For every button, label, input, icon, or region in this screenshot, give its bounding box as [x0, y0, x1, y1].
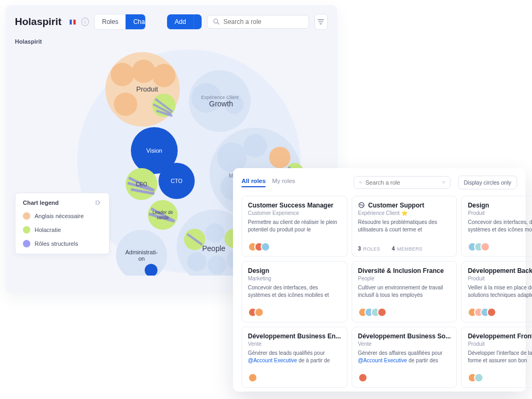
role-card[interactable]: Diversité & Inclusion France People Cult… [352, 261, 458, 322]
roles-search-input[interactable] [365, 179, 439, 186]
role-card[interactable]: Développement Business So... Vente Génér… [352, 327, 458, 388]
role-card[interactable]: Développement Back End Produit Veiller à… [461, 261, 532, 322]
role-circle: Marketing [248, 276, 341, 281]
svg-line-34 [361, 183, 361, 184]
header-bar: Holaspirit i Roles Chart Add [5, 5, 337, 38]
legend-row: Holacratie [23, 226, 102, 234]
circle-icon [358, 202, 365, 209]
search-role-field[interactable] [207, 15, 309, 29]
legend-row: Rôles structurels [23, 240, 102, 247]
filter-icon [317, 18, 325, 26]
role-desc: Développer l'interface de la plate-forme… [468, 350, 532, 364]
display-circles-toggle[interactable]: Display circles only [458, 176, 517, 189]
role-desc: Concevoir des interfaces, des systèmes e… [468, 219, 532, 233]
circle-produit[interactable]: Produit [136, 85, 159, 93]
role-title: Customer Support [358, 202, 451, 209]
role-counts: 3ROLES 4MEMBERS [358, 246, 422, 252]
role-title: Développement Business En... [248, 332, 341, 340]
role-desc: Générer des affaires qualifiées pour @Ac… [358, 350, 451, 364]
filter-button[interactable] [314, 14, 328, 30]
circle-people[interactable]: People [202, 244, 226, 253]
svg-point-28 [269, 147, 290, 168]
member-avatars [358, 373, 368, 383]
member-avatars [358, 307, 387, 317]
legend-dot [23, 240, 30, 247]
seg-roles[interactable]: Roles [95, 14, 126, 29]
role-desc: Concevoir des interfaces, des systèmes e… [248, 284, 341, 298]
search-role-input[interactable] [223, 18, 303, 26]
role-card[interactable]: Design Produit Concevoir des interfaces,… [461, 196, 532, 257]
collapse-icon[interactable] [95, 200, 102, 206]
roles-grid: Customer Success Manager Customer Experi… [242, 196, 517, 388]
legend-dot [23, 212, 30, 220]
tab-my-roles[interactable]: My roles [272, 178, 295, 187]
member-avatars [468, 242, 490, 252]
svg-point-37 [362, 205, 363, 206]
role-desc: Veiller à la mise en place de solutions … [468, 284, 532, 298]
breadcrumb[interactable]: Holaspirit [5, 38, 337, 47]
role-card[interactable]: Customer Success Manager Customer Experi… [242, 196, 347, 257]
svg-line-1 [218, 23, 219, 24]
role-circle: People [358, 276, 451, 281]
svg-point-7 [114, 93, 137, 116]
legend-label: Anglais nécessaire [35, 213, 84, 219]
role-title: Développement Back End [468, 267, 532, 275]
role-card[interactable]: Développement Business En... Vente Génér… [242, 327, 347, 388]
tab-all-roles[interactable]: All roles [242, 178, 265, 187]
view-segmented-control: Roles Chart [94, 14, 146, 30]
legend-row: Anglais nécessaire [23, 212, 102, 220]
member-avatars [468, 373, 484, 383]
member-avatars [248, 373, 257, 383]
circle-ceo[interactable]: CEO [136, 181, 147, 187]
role-title: Design [248, 267, 341, 275]
member-avatars [468, 307, 496, 317]
role-desc: Générer des leads qualifiés pour @Accoun… [248, 350, 341, 364]
add-dropdown[interactable] [194, 14, 202, 29]
roles-tabs: All roles My roles [242, 178, 295, 187]
role-card[interactable]: Design Marketing Concevoir des interface… [242, 261, 347, 322]
info-icon[interactable]: i [81, 18, 89, 26]
role-title: Design [468, 202, 532, 209]
role-card[interactable]: Customer Support Expérience Client ⭐ Rés… [352, 196, 458, 257]
svg-point-27 [244, 134, 267, 157]
role-circle: Produit [468, 276, 532, 281]
member-avatars [248, 307, 264, 317]
circle-vision[interactable]: Vision [146, 147, 162, 154]
flag-icon [69, 19, 77, 25]
role-card[interactable]: Développement Front End Produit Développ… [461, 327, 532, 388]
role-circle: Produit [468, 210, 532, 216]
circle-cto[interactable]: CTO [171, 178, 182, 184]
member-avatars [248, 242, 270, 252]
search-icon [359, 179, 362, 186]
role-circle: Customer Experience [248, 210, 341, 216]
role-title: Diversité & Inclusion France [358, 267, 451, 275]
legend-label: Rôles structurels [35, 240, 78, 247]
svg-point-33 [359, 181, 361, 183]
svg-point-4 [111, 63, 134, 86]
workspace-title: Holaspirit [15, 16, 62, 28]
seg-chart[interactable]: Chart [126, 14, 146, 29]
legend-label: Holacratie [35, 227, 61, 233]
svg-point-20 [205, 223, 225, 243]
role-desc: Permettre au client de réaliser le plein… [248, 219, 341, 233]
svg-point-36 [360, 204, 361, 206]
svg-point-5 [132, 60, 155, 83]
add-button[interactable]: Add [167, 14, 193, 29]
svg-point-0 [214, 19, 218, 23]
role-desc: Cultiver un environnement de travail inc… [358, 284, 451, 298]
legend-title: Chart legend [23, 200, 59, 206]
svg-point-6 [152, 64, 176, 87]
role-title: Customer Success Manager [248, 202, 341, 209]
roles-search-field[interactable] [354, 176, 451, 189]
add-button-group: Add [167, 14, 202, 29]
role-desc: Résoudre les problématiques des utilisat… [358, 219, 451, 233]
role-circle: Vente [248, 341, 341, 347]
legend-dot [23, 226, 30, 234]
role-circle: Expérience Client ⭐ [358, 210, 451, 216]
search-icon [213, 18, 220, 26]
role-title: Développement Business So... [358, 332, 451, 340]
chart-legend-panel: Chart legend Anglais nécessaire Holacrat… [15, 193, 110, 254]
filter-icon[interactable] [442, 179, 445, 186]
circle-growth[interactable]: Growth [209, 99, 233, 108]
role-title: Développement Front End [468, 332, 532, 340]
